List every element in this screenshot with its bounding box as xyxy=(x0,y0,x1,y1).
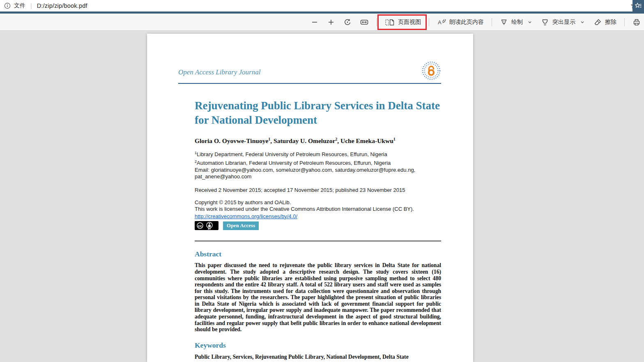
rotate-icon xyxy=(343,18,352,26)
affiliation-line: 1Library Department, Federal University … xyxy=(195,150,441,158)
read-aloud-button[interactable]: A 朗读此页内容 xyxy=(434,16,487,29)
author: Uche Emeka-Ukwu1 xyxy=(340,137,396,144)
svg-text:BY: BY xyxy=(208,228,212,230)
journal-header: Open Access Library Journal xyxy=(178,61,441,84)
abstract-text: This paper discussed the need to rejuven… xyxy=(195,262,441,333)
svg-text:A: A xyxy=(438,19,442,25)
copyright-block: Copyright © 2015 by authors and OALib. T… xyxy=(195,199,441,231)
draw-label: 绘制 xyxy=(511,18,523,26)
dates-line: Received 2 November 2015; accepted 17 No… xyxy=(195,187,441,193)
pdf-page: Open Access Library Journal Rejuvenating… xyxy=(147,34,473,362)
printer-icon xyxy=(632,18,641,26)
draw-button[interactable]: 绘制 xyxy=(497,16,536,29)
highlighter-icon xyxy=(541,18,549,26)
read-aloud-icon: A xyxy=(437,18,446,26)
draw-dropdown-chevron-icon[interactable] xyxy=(527,19,533,25)
info-icon[interactable] xyxy=(4,2,11,9)
affiliation-line: 2Automation Librarian, Federal Universit… xyxy=(195,158,441,167)
highlight-label: 突出显示 xyxy=(552,18,575,26)
authors-line: Gloria O. Oyovwe-Tinuoye1, Saturday U. O… xyxy=(195,137,441,145)
zoom-in-button[interactable] xyxy=(324,16,338,29)
affiliations-block: 1Library Department, Federal University … xyxy=(195,150,441,180)
page-view-label: 页面视图 xyxy=(398,18,421,26)
open-access-badge: Open Access xyxy=(223,221,259,231)
pdf-viewer-canvas[interactable]: Open Access Library Journal Rejuvenating… xyxy=(0,31,644,362)
open-access-logo-icon xyxy=(421,61,441,81)
fit-to-width-button[interactable] xyxy=(356,16,372,29)
license-url-link[interactable]: http://creativecommons.org/licenses/by/4… xyxy=(195,213,297,220)
cc-by-badge-icon: cc BY xyxy=(195,221,218,230)
erase-label: 擦除 xyxy=(605,18,616,26)
highlight-button[interactable]: 突出显示 xyxy=(538,16,589,29)
keywords-heading: Keywords xyxy=(195,341,441,350)
print-button[interactable] xyxy=(629,16,644,29)
badge-row: cc BY Open Access xyxy=(195,221,441,230)
author: Saturday U. Omeluzor2, xyxy=(274,137,340,144)
page-view-icon xyxy=(385,18,395,26)
author: Gloria O. Oyovwe-Tinuoye1, xyxy=(195,137,274,144)
draw-pen-icon xyxy=(500,18,508,26)
browser-title-bar: 文件 | D:/zip/zip/book.pdf xyxy=(0,0,644,12)
eraser-icon xyxy=(593,18,602,26)
toolbar-separator xyxy=(429,18,429,26)
highlight-dropdown-chevron-icon[interactable] xyxy=(580,19,585,25)
zoom-out-button[interactable] xyxy=(307,16,322,29)
copyright-line: Copyright © 2015 by authors and OALib. xyxy=(195,199,441,206)
toolbar-separator xyxy=(624,18,625,26)
zoom-out-icon xyxy=(310,18,319,26)
email-line: Email: gloriatinuoye@yahoo.com, someluzo… xyxy=(195,167,416,180)
fit-to-width-icon xyxy=(360,18,369,26)
titlebar-separator: | xyxy=(30,2,32,9)
journal-name: Open Access Library Journal xyxy=(178,68,260,81)
file-label[interactable]: 文件 xyxy=(14,2,25,9)
file-path[interactable]: D:/zip/zip/book.pdf xyxy=(37,2,87,9)
article-title: Rejuvenating Public Library Services in … xyxy=(195,99,441,127)
toolbar-separator xyxy=(377,18,377,26)
abstract-heading: Abstract xyxy=(195,250,441,258)
favorites-hub-button[interactable] xyxy=(632,0,644,12)
pdf-toolbar: 页面视图 A 朗读此页内容 绘制 突出显示 擦除 xyxy=(0,14,644,31)
toolbar-separator xyxy=(492,18,492,26)
read-aloud-label: 朗读此页内容 xyxy=(449,18,484,26)
erase-button[interactable]: 擦除 xyxy=(590,16,620,29)
zoom-in-icon xyxy=(327,18,335,26)
svg-text:cc: cc xyxy=(198,224,202,228)
license-line: This work is licensed under the Creative… xyxy=(195,206,441,213)
section-divider-rule xyxy=(195,240,441,242)
keywords-text: Public Library, Services, Rejuvenating P… xyxy=(195,354,441,360)
page-view-button[interactable]: 页面视图 xyxy=(382,16,424,29)
rotate-button[interactable] xyxy=(340,16,355,29)
